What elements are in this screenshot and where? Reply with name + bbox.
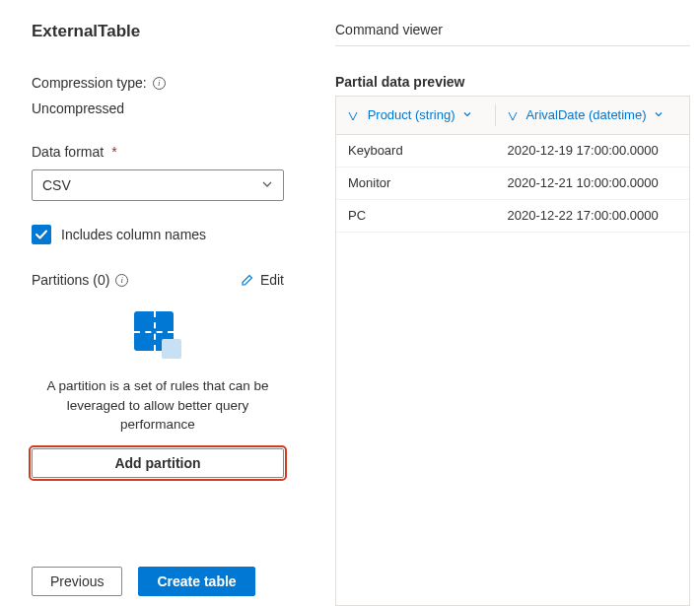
data-format-value: CSV xyxy=(42,177,71,193)
partitions-label-group: Partitions (0) xyxy=(32,272,128,288)
partitions-header-row: Partitions (0) Edit xyxy=(32,272,284,288)
compression-label-row: Compression type: xyxy=(32,75,282,91)
edit-label: Edit xyxy=(260,272,284,288)
info-icon[interactable] xyxy=(153,77,166,90)
info-icon[interactable] xyxy=(115,274,128,287)
preview-table-container: Product (string) ArivalDate (datetime) xyxy=(335,96,690,606)
cell-product: PC xyxy=(336,199,496,232)
partition-help-text: A partition is a set of rules that can b… xyxy=(32,376,284,435)
cell-product: Keyboard xyxy=(336,134,496,167)
preview-label: Partial data preview xyxy=(335,74,690,90)
chevron-down-icon xyxy=(261,177,273,193)
preview-pane: Command viewer Partial data preview Prod… xyxy=(306,0,700,606)
previous-button[interactable]: Previous xyxy=(32,567,122,596)
pencil-icon xyxy=(241,273,254,287)
includes-column-names-checkbox[interactable]: Includes column names xyxy=(32,225,282,244)
compression-label: Compression type: xyxy=(32,75,147,91)
column-header-arivaldate[interactable]: ArivalDate (datetime) xyxy=(496,97,690,134)
chevron-down-icon xyxy=(462,107,472,122)
compression-value: Uncompressed xyxy=(32,101,282,116)
page-title: ExternalTable xyxy=(32,22,282,41)
cell-arrival: 2020-12-19 17:00:00.0000 xyxy=(496,134,690,167)
column-type-icon xyxy=(508,111,518,121)
data-format-select[interactable]: CSV xyxy=(32,169,284,201)
command-viewer-header[interactable]: Command viewer xyxy=(335,22,690,46)
data-format-label: Data format xyxy=(32,144,104,160)
cell-arrival: 2020-12-21 10:00:00.0000 xyxy=(496,167,690,199)
cell-product: Monitor xyxy=(336,167,496,199)
data-format-label-row: Data format * xyxy=(32,144,282,160)
settings-pane: ExternalTable Compression type: Uncompre… xyxy=(0,0,306,606)
preview-table: Product (string) ArivalDate (datetime) xyxy=(336,97,689,233)
partitions-label: Partitions (0) xyxy=(32,272,109,288)
checkbox-icon xyxy=(32,225,51,244)
includes-column-names-label: Includes column names xyxy=(61,227,206,242)
add-partition-button[interactable]: Add partition xyxy=(32,448,284,478)
chevron-down-icon xyxy=(654,107,664,122)
create-table-button[interactable]: Create table xyxy=(138,567,254,596)
table-row[interactable]: Keyboard2020-12-19 17:00:00.0000 xyxy=(336,134,689,167)
required-mark: * xyxy=(111,144,116,160)
column-header-product[interactable]: Product (string) xyxy=(336,97,496,134)
cell-arrival: 2020-12-22 17:00:00.0000 xyxy=(496,199,690,232)
edit-partitions-button[interactable]: Edit xyxy=(241,272,284,288)
table-row[interactable]: PC2020-12-22 17:00:00.0000 xyxy=(336,199,689,232)
footer-buttons: Previous Create table xyxy=(32,567,255,596)
partition-illustration-icon xyxy=(134,311,181,359)
partition-empty-state: A partition is a set of rules that can b… xyxy=(32,311,284,478)
table-row[interactable]: Monitor2020-12-21 10:00:00.0000 xyxy=(336,167,689,199)
column-type-icon xyxy=(348,111,358,121)
